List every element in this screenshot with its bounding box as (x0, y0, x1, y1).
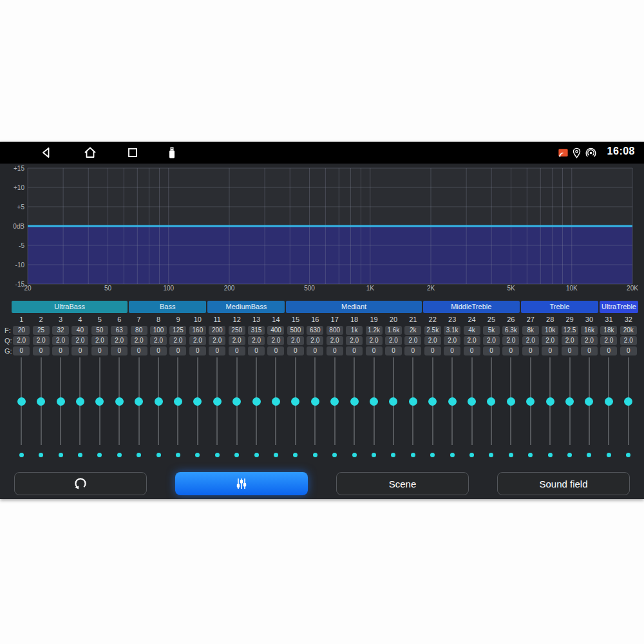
slider-thumb[interactable] (17, 397, 26, 406)
band-frequency-value[interactable]: 16k (581, 326, 598, 335)
band-q-value[interactable]: 2.0 (346, 336, 363, 345)
band-gain-slider[interactable] (188, 357, 207, 445)
recents-button[interactable] (125, 145, 140, 160)
band-gain-slider[interactable] (325, 357, 345, 445)
slider-thumb[interactable] (311, 397, 319, 406)
band-gain-value[interactable]: 0 (562, 346, 578, 355)
home-button[interactable] (82, 145, 98, 160)
band-gain-value[interactable]: 0 (581, 346, 598, 355)
band-gain-value[interactable]: 0 (327, 346, 343, 355)
band-q-value[interactable]: 2.0 (209, 336, 225, 345)
back-button[interactable] (39, 145, 54, 160)
band-gain-value[interactable]: 0 (131, 346, 147, 355)
band-q-value[interactable]: 2.0 (13, 336, 30, 345)
slider-thumb[interactable] (95, 397, 104, 406)
band-gain-slider[interactable] (462, 357, 481, 445)
usb-button[interactable] (164, 145, 180, 160)
band-q-value[interactable]: 2.0 (111, 336, 128, 345)
band-frequency-value[interactable]: 250 (229, 326, 245, 335)
band-q-value[interactable]: 2.0 (424, 336, 441, 345)
band-gain-value[interactable]: 0 (424, 346, 441, 355)
band-frequency-value[interactable]: 50 (91, 326, 108, 335)
slider-thumb[interactable] (174, 397, 182, 406)
band-gain-slider[interactable] (90, 357, 109, 445)
band-q-value[interactable]: 2.0 (248, 336, 265, 345)
band-q-value[interactable]: 2.0 (91, 336, 108, 345)
band-gain-value[interactable]: 0 (189, 346, 206, 355)
slider-thumb[interactable] (213, 397, 222, 406)
band-frequency-value[interactable]: 40 (71, 326, 88, 335)
band-q-value[interactable]: 2.0 (404, 336, 421, 345)
slider-thumb[interactable] (252, 397, 261, 406)
band-gain-value[interactable]: 0 (346, 346, 363, 355)
band-group-mediumbass[interactable]: MediumBass (207, 301, 285, 313)
slider-thumb[interactable] (389, 397, 397, 406)
band-gain-value[interactable]: 0 (483, 346, 500, 355)
band-gain-value[interactable]: 0 (52, 346, 69, 355)
band-frequency-value[interactable]: 8k (522, 326, 539, 335)
band-q-value[interactable]: 2.0 (327, 336, 343, 345)
band-frequency-value[interactable]: 1.6k (385, 326, 402, 335)
band-gain-slider[interactable] (345, 357, 364, 445)
band-q-value[interactable]: 2.0 (189, 336, 206, 345)
band-q-value[interactable]: 2.0 (33, 336, 50, 345)
band-gain-value[interactable]: 0 (71, 346, 88, 355)
band-q-value[interactable]: 2.0 (287, 336, 304, 345)
band-gain-slider[interactable] (384, 357, 403, 445)
slider-thumb[interactable] (350, 397, 359, 406)
slider-thumb[interactable] (155, 397, 163, 406)
band-q-value[interactable]: 2.0 (562, 336, 578, 345)
slider-thumb[interactable] (291, 397, 299, 406)
band-gain-value[interactable]: 0 (307, 346, 323, 355)
band-q-value[interactable]: 2.0 (483, 336, 500, 345)
band-frequency-value[interactable]: 800 (327, 326, 343, 335)
band-gain-slider[interactable] (266, 357, 285, 445)
band-frequency-value[interactable]: 10k (542, 326, 558, 335)
equalizer-button[interactable] (175, 472, 308, 495)
slider-thumb[interactable] (37, 397, 45, 406)
band-frequency-value[interactable]: 80 (131, 326, 147, 335)
band-gain-slider[interactable] (168, 357, 187, 445)
slider-thumb[interactable] (428, 397, 437, 406)
band-q-value[interactable]: 2.0 (131, 336, 147, 345)
band-frequency-value[interactable]: 400 (267, 326, 284, 335)
band-frequency-value[interactable]: 25 (33, 326, 50, 335)
slider-thumb[interactable] (585, 397, 593, 406)
band-frequency-value[interactable]: 630 (307, 326, 323, 335)
band-q-value[interactable]: 2.0 (71, 336, 88, 345)
band-frequency-value[interactable]: 12.5 (562, 326, 578, 335)
band-gain-value[interactable]: 0 (267, 346, 284, 355)
band-group-ultratreble[interactable]: UltraTreble (600, 301, 638, 313)
band-gain-value[interactable]: 0 (404, 346, 421, 355)
band-gain-slider[interactable] (521, 357, 540, 445)
band-q-value[interactable]: 2.0 (229, 336, 245, 345)
slider-thumb[interactable] (409, 397, 417, 406)
band-gain-value[interactable]: 0 (464, 346, 480, 355)
band-frequency-value[interactable]: 200 (209, 326, 225, 335)
band-q-value[interactable]: 2.0 (150, 336, 167, 345)
band-gain-value[interactable]: 0 (229, 346, 245, 355)
slider-thumb[interactable] (526, 397, 535, 406)
slider-thumb[interactable] (546, 397, 554, 406)
band-frequency-value[interactable]: 125 (169, 326, 186, 335)
band-q-value[interactable]: 2.0 (581, 336, 598, 345)
slider-thumb[interactable] (605, 397, 613, 406)
band-frequency-value[interactable]: 1.2k (366, 326, 383, 335)
band-gain-slider[interactable] (149, 357, 168, 445)
band-gain-value[interactable]: 0 (522, 346, 539, 355)
band-gain-value[interactable]: 0 (169, 346, 186, 355)
band-q-value[interactable]: 2.0 (366, 336, 383, 345)
band-gain-value[interactable]: 0 (620, 346, 637, 355)
band-q-value[interactable]: 2.0 (444, 336, 460, 345)
sound-field-button[interactable]: Sound field (497, 472, 630, 495)
band-gain-slider[interactable] (482, 357, 501, 445)
band-group-bass[interactable]: Bass (129, 301, 206, 313)
band-frequency-value[interactable]: 18k (600, 326, 617, 335)
band-frequency-value[interactable]: 160 (189, 326, 206, 335)
band-q-value[interactable]: 2.0 (307, 336, 323, 345)
slider-thumb[interactable] (448, 397, 457, 406)
band-gain-slider[interactable] (109, 357, 129, 445)
band-gain-value[interactable]: 0 (385, 346, 402, 355)
slider-thumb[interactable] (507, 397, 515, 406)
band-gain-value[interactable]: 0 (444, 346, 460, 355)
